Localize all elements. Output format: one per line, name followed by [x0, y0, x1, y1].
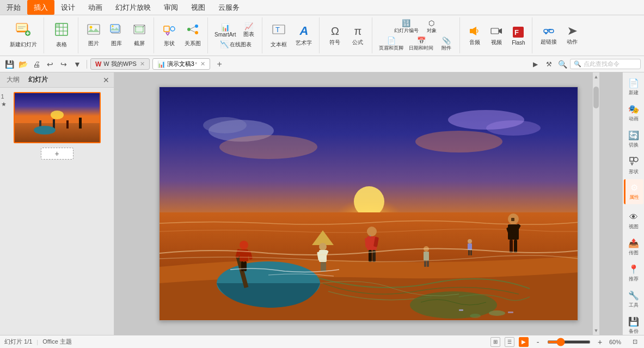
svg-text:T: T	[275, 26, 280, 34]
relation-button[interactable]: 关系图	[181, 20, 204, 51]
open-button[interactable]: 📂	[17, 58, 29, 70]
scrollbar-thumb[interactable]	[593, 87, 599, 108]
object-button[interactable]: ⬡ 对象	[422, 19, 441, 35]
svg-point-97	[470, 314, 481, 318]
redo-button[interactable]: ↪	[58, 58, 70, 70]
undo-button[interactable]: ↩	[44, 58, 56, 70]
svg-point-68	[319, 243, 327, 251]
right-btn-animation[interactable]: 🎭 动画	[624, 101, 643, 126]
slide-canvas[interactable]	[159, 87, 578, 321]
scroll-down-arrow[interactable]: ▼	[594, 326, 599, 335]
slide-item-1[interactable]: 1 ★	[11, 92, 103, 143]
svg-point-50	[354, 186, 384, 217]
add-slide-button[interactable]: +	[41, 148, 73, 160]
ribbon-group-link: 超链接 动作	[533, 17, 586, 53]
property-icon: ⚙	[630, 182, 638, 193]
slide-star: ★	[1, 101, 7, 108]
picture-icon	[87, 23, 100, 39]
right-btn-transition[interactable]: 🔄 切换	[624, 127, 643, 152]
more-tools-button[interactable]: ▼	[71, 58, 83, 70]
menu-cloud[interactable]: 云服务	[212, 0, 246, 15]
wps-label: W 我的WPS	[103, 60, 137, 68]
audio-label: 音频	[469, 39, 480, 46]
right-btn-view[interactable]: 👁 视图	[624, 209, 643, 234]
slide-thumbnail[interactable]	[14, 92, 101, 143]
menu-animation[interactable]: 动画	[82, 0, 109, 15]
menu-start[interactable]: 开始	[0, 0, 27, 15]
new-slide-button[interactable]: 新建幻灯片	[7, 20, 40, 51]
zoom-minus-btn[interactable]: -	[533, 337, 543, 347]
menu-design[interactable]: 设计	[54, 0, 82, 15]
svg-rect-12	[56, 23, 59, 27]
find-btn[interactable]: ⚒	[543, 58, 555, 70]
tab-outline[interactable]: 大纲	[4, 74, 22, 86]
online-chart-button[interactable]: 📉 在线图表	[218, 40, 254, 49]
fit-window-btn[interactable]: ⊡	[630, 337, 640, 347]
video-button[interactable]: 视频	[486, 20, 507, 51]
panel-close-button[interactable]: ✕	[103, 76, 109, 84]
header-footer-button[interactable]: 📄 页眉和页脚	[377, 36, 406, 52]
ribbon-group-header: 🔢 幻灯片编号 ⬡ 对象 📄 页眉和页脚 📅 日期和时间 📎	[373, 17, 460, 53]
svg-rect-19	[136, 27, 143, 32]
screenshot-button[interactable]: 截屏	[128, 20, 150, 51]
smartart-button[interactable]: 📊 SmartArt	[212, 23, 238, 38]
svg-rect-13	[88, 25, 100, 34]
play-full-btn[interactable]: ▶	[529, 58, 541, 70]
right-btn-backup[interactable]: 💾 备份	[624, 313, 643, 335]
search-tools-btn[interactable]: 🔍	[556, 58, 568, 70]
menu-review[interactable]: 审阅	[157, 0, 185, 15]
normal-view-btn[interactable]: ⊞	[490, 337, 500, 347]
action-button[interactable]: 动作	[562, 20, 582, 51]
slide-number-button[interactable]: 🔢 幻灯片编号	[392, 19, 421, 35]
save-button[interactable]: 💾	[3, 58, 15, 70]
print-button[interactable]: 🖨	[30, 58, 42, 70]
zoom-slider[interactable]	[547, 340, 591, 344]
datetime-button[interactable]: 📅 日期和时间	[407, 36, 436, 52]
doc-tab-close[interactable]: ✕	[200, 60, 205, 68]
ribbon-group-table: 表格	[45, 17, 78, 53]
scroll-up-arrow[interactable]: ▲	[594, 72, 599, 81]
zoom-plus-btn[interactable]: +	[595, 337, 605, 347]
chart-label: 图表	[243, 30, 254, 38]
picture-button[interactable]: 图片	[83, 20, 105, 51]
textbox-button[interactable]: T 文本框	[267, 20, 291, 51]
formula-button[interactable]: π 公式	[347, 20, 369, 51]
new-slide-label: 新建幻灯片	[10, 41, 37, 48]
formula-label: 公式	[352, 39, 363, 46]
table-button[interactable]: 表格	[48, 20, 75, 51]
right-btn-new[interactable]: 📄 新建	[624, 75, 643, 100]
upload-icon: 📤	[628, 238, 639, 248]
wps-tab[interactable]: W W 我的WPS ✕	[90, 58, 150, 70]
shape-button[interactable]: 形状	[158, 20, 180, 51]
arttext-button[interactable]: A 艺术字	[292, 20, 316, 51]
table-label: 表格	[56, 41, 67, 48]
audio-button[interactable]: 音频	[464, 20, 485, 51]
center-area: ▲ ▼	[114, 72, 622, 335]
add-tab-button[interactable]: +	[214, 59, 225, 70]
right-btn-upload[interactable]: 📤 传图	[624, 235, 643, 260]
action-icon	[565, 25, 579, 38]
slideshow-btn[interactable]: ▶	[519, 337, 529, 347]
outline-view-btn[interactable]: ☰	[505, 337, 514, 347]
flash-button[interactable]: F Flash	[508, 20, 529, 51]
hyperlink-button[interactable]: 超链接	[537, 20, 561, 51]
doc-tab[interactable]: 📊 演示文稿3 * ✕	[152, 58, 210, 70]
slide-number-icon: 🔢	[402, 19, 410, 27]
vertical-scrollbar[interactable]: ▲ ▼	[593, 72, 599, 335]
attachment-button[interactable]: 📎 附件	[437, 36, 456, 52]
svg-rect-83	[424, 260, 426, 267]
datetime-label: 日期和时间	[409, 45, 433, 52]
wps-close[interactable]: ✕	[140, 60, 145, 68]
command-search[interactable]: 🔍 点此查找命令	[570, 59, 641, 69]
right-btn-recommend[interactable]: 📍 推荐	[624, 261, 643, 286]
gallery-button[interactable]: 图库	[106, 20, 127, 51]
menu-insert[interactable]: 插入	[27, 0, 54, 15]
symbol-button[interactable]: Ω 符号	[324, 20, 346, 51]
tab-slides[interactable]: 幻灯片	[26, 74, 50, 86]
right-btn-shape[interactable]: 形状	[624, 153, 643, 178]
right-btn-tools[interactable]: 🔧 工具	[624, 287, 643, 312]
right-btn-property[interactable]: ⚙ 属性	[624, 179, 643, 204]
menu-view[interactable]: 视图	[185, 0, 212, 15]
chart-button[interactable]: 📈 图表	[239, 22, 259, 39]
menu-slideshow[interactable]: 幻灯片放映	[109, 0, 157, 15]
